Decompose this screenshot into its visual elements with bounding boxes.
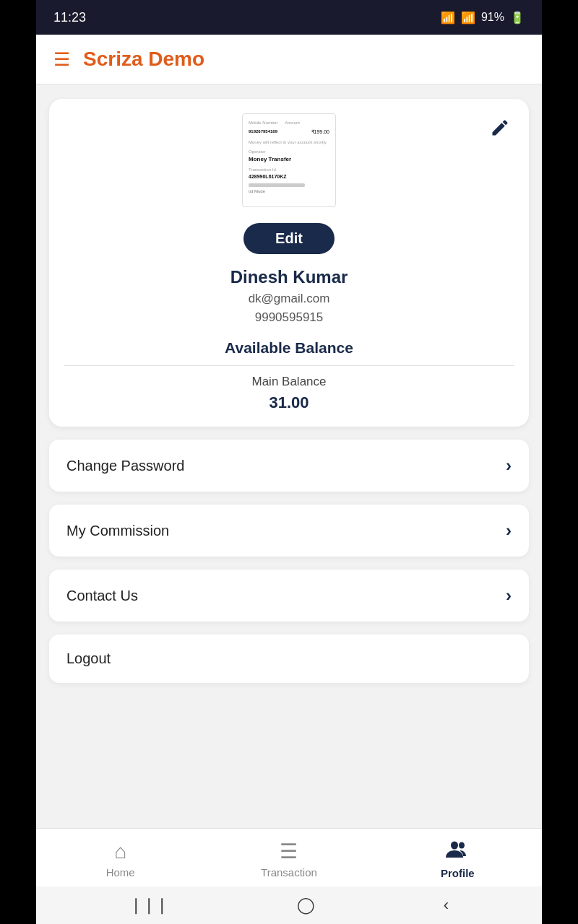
chevron-right-icon: ›: [506, 520, 512, 541]
status-icons: 📶 📶 91% 🔋: [441, 11, 525, 25]
receipt-preview: Mobile Number Amount 919267954169 ₹199.0…: [242, 113, 336, 207]
battery-level: 91%: [481, 11, 504, 24]
profile-icon: [446, 839, 469, 864]
menu-item-logout[interactable]: Logout: [49, 635, 529, 683]
profile-card: Mobile Number Amount 919267954169 ₹199.0…: [49, 99, 529, 427]
main-balance-label: Main Balance: [251, 375, 326, 389]
user-name: Dinesh Kumar: [230, 267, 348, 287]
receipt-mobile: 919267954169: [249, 128, 277, 136]
pencil-icon: [490, 118, 510, 138]
wifi-icon: 📶: [441, 11, 455, 25]
battery-icon: 🔋: [510, 11, 525, 25]
back-btn[interactable]: ‹: [444, 896, 449, 915]
edit-icon-button[interactable]: [484, 112, 516, 144]
nav-item-profile[interactable]: Profile: [428, 839, 486, 879]
signal-icon: 📶: [461, 11, 475, 25]
menu-item-change-password[interactable]: Change Password ›: [49, 440, 529, 492]
menu-label-change-password: Change Password: [66, 458, 184, 474]
chevron-right-icon: ›: [506, 585, 512, 606]
user-email: dk@gmail.com: [249, 292, 330, 306]
user-phone: 9990595915: [255, 310, 324, 325]
nav-label-profile: Profile: [441, 867, 475, 879]
nav-item-transaction[interactable]: ☰ Transaction: [260, 840, 318, 879]
bottom-nav: ⌂ Home ☰ Transaction Profile: [36, 828, 542, 886]
menu-label-logout: Logout: [66, 650, 111, 667]
nav-label-transaction: Transaction: [261, 866, 317, 879]
receipt-amount: ₹199.00: [311, 128, 329, 136]
chevron-right-icon: ›: [506, 456, 512, 476]
nav-label-home: Home: [106, 866, 135, 879]
receipt-txn-id: 428990L6170KZ: [249, 173, 329, 181]
home-btn[interactable]: ◯: [297, 896, 315, 915]
app-title: Scriza Demo: [83, 48, 204, 71]
menu-label-contact-us: Contact Us: [66, 588, 138, 604]
svg-point-1: [459, 842, 465, 849]
menu-item-contact-us[interactable]: Contact Us ›: [49, 570, 529, 622]
menu-label-my-commission: My Commission: [66, 523, 169, 539]
transaction-icon: ☰: [280, 840, 298, 863]
edit-button[interactable]: Edit: [243, 223, 335, 254]
time-display: 11:23: [53, 10, 86, 25]
available-balance-title: Available Balance: [225, 339, 353, 357]
system-nav-bar: ❘❘❘ ◯ ‹: [36, 886, 542, 924]
status-bar: 11:23 📶 📶 91% 🔋: [36, 0, 542, 35]
home-icon: ⌂: [114, 840, 126, 863]
balance-divider: [64, 365, 514, 366]
main-balance-amount: 31.00: [269, 393, 309, 412]
nav-item-home[interactable]: ⌂ Home: [92, 840, 150, 879]
recent-apps-btn[interactable]: ❘❘❘: [129, 896, 168, 915]
receipt-operator: Money Transfer: [249, 155, 329, 164]
menu-item-my-commission[interactable]: My Commission ›: [49, 505, 529, 557]
main-content: Mobile Number Amount 919267954169 ₹199.0…: [36, 84, 542, 828]
hamburger-menu-icon[interactable]: ☰: [53, 48, 70, 71]
app-header: ☰ Scriza Demo: [36, 35, 542, 84]
svg-point-0: [451, 842, 458, 850]
